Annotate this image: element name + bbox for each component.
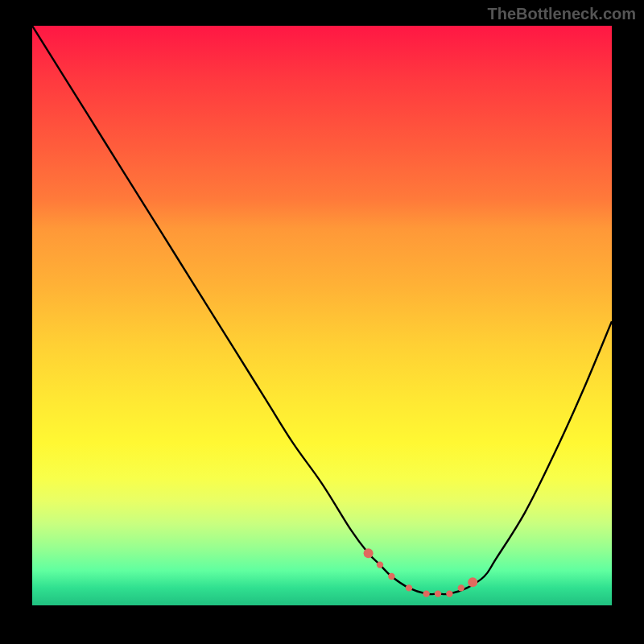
curve-svg xyxy=(32,26,612,605)
optimal-marker xyxy=(406,584,412,591)
optimal-marker xyxy=(423,590,429,597)
plot-area xyxy=(32,26,612,605)
optimal-marker xyxy=(468,577,477,587)
bottleneck-curve-path xyxy=(32,26,612,594)
optimal-marker xyxy=(377,561,383,568)
watermark-text: TheBottleneck.com xyxy=(488,5,636,23)
optimal-marker xyxy=(458,584,464,591)
optimal-marker xyxy=(446,590,452,597)
optimal-marker xyxy=(364,548,374,558)
chart-container: TheBottleneck.com xyxy=(0,0,644,644)
optimal-marker xyxy=(435,590,441,597)
optimal-markers xyxy=(364,548,478,597)
optimal-marker xyxy=(388,573,394,580)
